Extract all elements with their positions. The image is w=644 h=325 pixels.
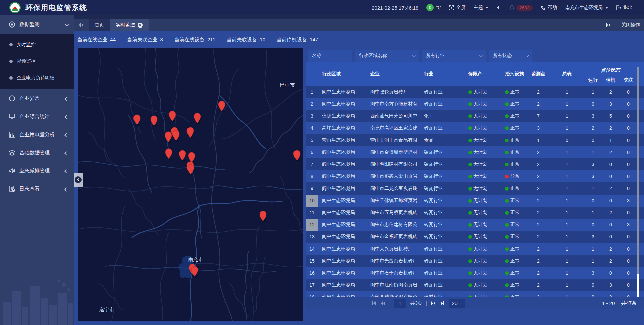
- cell-facility: 正常: [501, 86, 527, 98]
- stat-item-0: 当前在线企业: 44: [77, 37, 116, 43]
- cell-points: 2: [527, 86, 550, 98]
- tab-1[interactable]: 实时监控✕: [110, 19, 149, 31]
- status-dot-green: [505, 283, 509, 287]
- map-pin[interactable]: [194, 113, 201, 124]
- org-dropdown[interactable]: 南充市生态环境局: [565, 5, 608, 11]
- help-button[interactable]: 帮助: [541, 5, 557, 11]
- map-pin[interactable]: [173, 130, 179, 142]
- map-pin[interactable]: [188, 152, 195, 163]
- tab-close-icon[interactable]: ✕: [138, 23, 143, 28]
- table-row[interactable]: 5营山生态环境局营山县润丰肉食品有限食品无计划正常10010: [306, 134, 644, 146]
- app-logo-icon: [9, 2, 21, 13]
- theme-dropdown[interactable]: 主题: [474, 5, 488, 11]
- first-page-button[interactable]: [372, 301, 376, 305]
- notifications[interactable]: 2632: [509, 5, 533, 11]
- table-row[interactable]: 15阆中生态环境局阆中市光富页岩机砖厂砖瓦行业无计划正常21120: [306, 255, 644, 267]
- map-pin[interactable]: [187, 127, 194, 139]
- map-panel[interactable]: 巴中市南充市遂宁市: [78, 48, 303, 321]
- sidebar-subitem-1[interactable]: 视频监控: [0, 53, 74, 70]
- tab-0[interactable]: 首页: [89, 19, 110, 31]
- table-row[interactable]: 14阆中生态环境局阆中大兴页岩机砖厂砖瓦行业无计划正常21120: [306, 243, 644, 255]
- enterprise-table: 行政区域企业行业停限产治污设施监测点总表点位状态运行停机失联 1阆中生态环境局阆…: [306, 62, 644, 297]
- prev-page-button[interactable]: [380, 301, 386, 305]
- status-dot-green: [505, 259, 509, 263]
- cell-run: 3: [584, 231, 602, 243]
- table-scrollbar-thumb[interactable]: [637, 274, 639, 297]
- cell-index: 5: [306, 134, 318, 146]
- status-dot-green: [468, 163, 472, 166]
- sidebar-item-2[interactable]: 企业综合统计: [0, 107, 74, 125]
- table-row[interactable]: 17阆中生态环境局阆中市江南镇阆南页岩砖瓦行业无计划正常21030: [306, 279, 644, 291]
- current-page-input[interactable]: 1: [394, 299, 406, 308]
- table-row[interactable]: 18南部生态环境局南部县砖华水泥有限公建材行业无计划正常21030: [306, 291, 644, 297]
- map-pin[interactable]: [293, 150, 300, 161]
- cell-region: 阆中生态环境局: [318, 231, 366, 243]
- caret-down-icon: [486, 7, 488, 9]
- map-pin[interactable]: [133, 115, 140, 126]
- table-row[interactable]: 2阆中生态环境局阆中市南方节能建材有砖瓦行业无计划正常21030: [306, 98, 644, 110]
- map-pin[interactable]: [191, 266, 198, 277]
- double-arrow-right-icon[interactable]: [606, 23, 611, 27]
- table-row[interactable]: 16阆中生态环境局阆中市石子页岩机砖厂砖瓦行业无计划正常21300: [306, 267, 644, 279]
- cell-industry: 砖瓦行业: [420, 267, 464, 279]
- map-pin[interactable]: [165, 149, 172, 160]
- sidebar-item-4[interactable]: 基础数据管理: [0, 144, 74, 162]
- sidebar-subitem-0[interactable]: 实时监控: [0, 36, 74, 53]
- fullscreen-button[interactable]: 全屏: [449, 5, 466, 11]
- status-filter-select[interactable]: 所有状态: [489, 50, 532, 62]
- stat-item-3: 当前失联设备: 10: [227, 37, 265, 43]
- sidebar-item-3[interactable]: 企业用电量分析: [0, 125, 74, 144]
- cell-industry: 砖瓦行业: [420, 146, 464, 158]
- cell-points: 2: [527, 291, 550, 297]
- map-pin[interactable]: [165, 132, 172, 143]
- mute-button[interactable]: [496, 5, 501, 10]
- cell-points: 2: [527, 207, 550, 219]
- sidebar-item-label: 日志查看: [19, 186, 40, 192]
- table-row[interactable]: 3仪陇生态环境局西南油气田分公司川中化工无计划正常71350: [306, 110, 644, 122]
- next-page-button[interactable]: [431, 301, 436, 305]
- close-operations-button[interactable]: 关闭操作: [621, 22, 640, 28]
- map-pin[interactable]: [260, 211, 266, 222]
- cell-points: 2: [527, 146, 550, 158]
- cell-index: 1: [306, 86, 318, 98]
- cell-company: 阆中强锐页岩砖厂: [366, 86, 420, 98]
- last-page-button[interactable]: [440, 301, 445, 305]
- sidebar-item-0[interactable]: 数据监测: [0, 15, 74, 34]
- map-road: [209, 186, 303, 190]
- col-index: [306, 62, 318, 86]
- col-group-point-status: 点位状态: [584, 62, 637, 74]
- name-filter-input[interactable]: 名称: [308, 50, 352, 62]
- industry-filter-value: 所有行业: [426, 53, 445, 59]
- table-row[interactable]: 7阆中生态环境局阆中明阳建材有限公司砖瓦行业无计划正常21300: [306, 158, 644, 170]
- table-row[interactable]: 9阆中生态环境局阆中市二龙长宝页岩砖砖瓦行业无计划正常21120: [306, 182, 644, 195]
- table-row[interactable]: 11阆中生态环境局阆中市五马桥页岩机砖砖瓦行业无计划正常21120: [306, 207, 644, 219]
- cell-run: 1: [584, 207, 602, 219]
- sidebar-item-1[interactable]: 企业异常: [0, 89, 74, 107]
- sidebar-subitem-2[interactable]: 企业电力负荷明细: [0, 70, 74, 87]
- cell-facility: 正常: [501, 267, 527, 279]
- table-row[interactable]: 12阆中生态环境局阆中市忠信建材有限公砖瓦行业无计划正常21003: [306, 219, 644, 231]
- table-row[interactable]: 8阆中生态环境局阆中市枣碧大梁山页岩砖瓦行业无计划异常21300: [306, 170, 644, 182]
- col-2: 企业: [366, 62, 420, 86]
- logout-button[interactable]: 退出: [616, 5, 633, 11]
- map-pin[interactable]: [179, 150, 186, 161]
- cell-stop: 2: [602, 146, 619, 158]
- region-filter-select[interactable]: 行政区域名称: [355, 50, 419, 62]
- table-row[interactable]: 1阆中生态环境局阆中强锐页岩砖厂砖瓦行业无计划正常21120: [306, 86, 644, 98]
- table-scrollbar[interactable]: [637, 67, 639, 297]
- cell-company: 阆中市石子页岩机砖厂: [366, 267, 420, 279]
- sidebar-item-6[interactable]: 日志查看: [0, 180, 74, 198]
- app-header: 环保用电监管系统 2021-02-25 17:46:18 0 ℃ 全屏 主题: [0, 0, 644, 15]
- tabs-scroll-left-button[interactable]: [74, 19, 89, 31]
- sidebar-item-5[interactable]: 应急减排管理: [0, 162, 74, 180]
- map-pin[interactable]: [169, 111, 176, 122]
- status-dot-green: [468, 247, 472, 251]
- cell-index: 6: [306, 146, 318, 158]
- page-size-select[interactable]: 20: [449, 299, 465, 308]
- table-row[interactable]: 6阆中生态环境局阆中市金博瑞新型墙材砖瓦行业无计划正常21120: [306, 146, 644, 158]
- table-row[interactable]: 4高坪生态环境局南充市高坪区王家店建砖瓦行业无计划正常31220: [306, 122, 644, 134]
- table-row[interactable]: 10阆中生态环境局阆中千佛镇五郎垭页岩砖瓦行业无计划正常21003: [306, 195, 644, 207]
- map-collapse-handle[interactable]: [74, 173, 83, 187]
- industry-filter-select[interactable]: 所有行业: [422, 50, 486, 62]
- table-row[interactable]: 13阆中生态环境局阆中市金福旺页岩机砖砖瓦行业无计划正常21300: [306, 231, 644, 243]
